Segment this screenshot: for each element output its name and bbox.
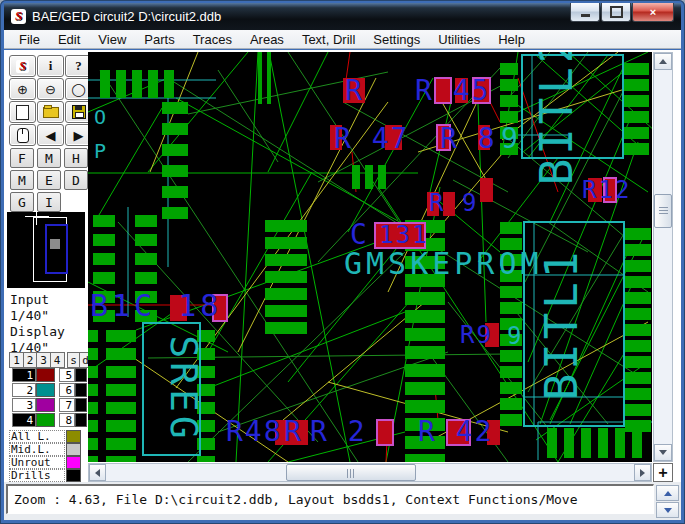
dip-pad xyxy=(162,123,188,135)
layer-color-swatch-3[interactable] xyxy=(36,398,55,412)
mode-button-m-1[interactable]: M xyxy=(10,170,34,190)
info-button[interactable]: i xyxy=(37,55,64,77)
overview-viewport-rect xyxy=(45,224,68,274)
step-back-button[interactable]: ◀ xyxy=(37,124,64,146)
dip-pad xyxy=(106,420,136,432)
mode-button-h-0[interactable]: H xyxy=(64,148,88,168)
arrow-left-icon: ◀ xyxy=(46,129,56,142)
dip-pad xyxy=(106,456,136,462)
dip-pad xyxy=(625,340,651,352)
menu-item-traces[interactable]: Traces xyxy=(184,30,241,49)
scroll-left-button[interactable] xyxy=(89,464,106,481)
bae-logo-button[interactable]: S xyxy=(9,55,36,77)
ref-label: B1C 18 xyxy=(90,288,222,323)
design-overview[interactable] xyxy=(7,212,85,288)
ref-label: R 9 xyxy=(429,189,478,217)
layer-color-swatch-4[interactable] xyxy=(36,413,55,427)
layer-toggle-swatch-3[interactable] xyxy=(66,456,81,469)
scroll-right-button[interactable] xyxy=(634,464,651,481)
overview-crosshair-icon xyxy=(25,216,49,217)
layer-color-cell-2[interactable]: 2 xyxy=(12,383,36,397)
dip-pad xyxy=(623,63,649,75)
zoom-out-button[interactable]: ⊖ xyxy=(37,78,64,100)
zoom-plus-button[interactable]: + xyxy=(653,463,673,482)
dip-pad xyxy=(88,402,98,414)
message-scroll-up-button[interactable] xyxy=(656,485,679,501)
layer-color-swatch-8[interactable] xyxy=(75,413,87,427)
layer-toggle-midl[interactable]: Mid.L. xyxy=(9,443,65,456)
close-button[interactable]: × xyxy=(632,3,674,22)
menu-item-areas[interactable]: Areas xyxy=(241,30,293,49)
dip-pad xyxy=(500,222,522,234)
minimize-button[interactable] xyxy=(570,3,600,22)
ref-label: R12 xyxy=(582,176,631,204)
layer-color-cell-7[interactable]: 7 xyxy=(59,398,75,412)
mode-button-g-2[interactable]: G xyxy=(10,192,34,212)
layer-color-swatch-2[interactable] xyxy=(36,383,55,397)
mode-button-d-1[interactable]: D xyxy=(64,170,88,190)
zoom-in-button[interactable]: ⊕ xyxy=(9,78,36,100)
thumb-grip-icon xyxy=(659,207,668,215)
dip-pad xyxy=(405,346,445,359)
dip-pad xyxy=(500,398,522,410)
dip-pad xyxy=(197,456,215,462)
dip-pad xyxy=(625,228,651,240)
mode-button-f-0[interactable]: F xyxy=(10,148,34,168)
smd-pad xyxy=(365,165,373,189)
layer-color-swatch-5[interactable] xyxy=(75,368,87,382)
layer-color-cell-6[interactable]: 6 xyxy=(59,383,75,397)
grid-scale-button-4[interactable]: 4 xyxy=(50,352,65,368)
smd-pad-red xyxy=(377,420,393,445)
smd-pad xyxy=(352,165,360,189)
vertical-scrollbar[interactable] xyxy=(653,52,673,462)
menu-item-view[interactable]: View xyxy=(89,30,135,49)
dip-pad xyxy=(265,237,307,249)
message-scroll-down-button[interactable] xyxy=(656,502,679,518)
mode-button-e-1[interactable]: E xyxy=(37,170,61,190)
layer-color-swatch-6[interactable] xyxy=(75,383,87,397)
horizontal-scrollbar[interactable] xyxy=(88,463,652,482)
menu-item-help[interactable]: Help xyxy=(489,30,534,49)
maximize-button[interactable] xyxy=(601,3,631,22)
new-file-button[interactable] xyxy=(9,101,36,123)
layer-toggle-drills[interactable]: Drills xyxy=(9,469,65,482)
layer-toggle-swatch-4[interactable] xyxy=(66,469,81,482)
layer-color-cell-3[interactable]: 3 xyxy=(12,398,36,412)
smd-pad xyxy=(148,70,158,98)
menu-item-edit[interactable]: Edit xyxy=(49,30,89,49)
ref-label: 131 xyxy=(379,221,428,249)
titlebar[interactable]: S BAE/GED circuit2 D:\circuit2.ddb × xyxy=(4,3,681,30)
ref-label: R xyxy=(345,74,364,107)
dip-pad xyxy=(265,322,307,334)
layer-toggle-alll[interactable]: All L. xyxy=(9,430,65,443)
layer-color-cell-4[interactable]: 4 xyxy=(12,413,36,427)
dip-pad xyxy=(625,276,651,288)
layer-toggle-unrout[interactable]: Unrout xyxy=(9,456,65,469)
layer-color-cell-5[interactable]: 5 xyxy=(59,368,75,382)
horizontal-scroll-thumb[interactable] xyxy=(286,464,416,481)
pcb-canvas[interactable]: R 45RR 47R 89R 9R12C131GMSKEPROMB1C 18R9… xyxy=(88,52,652,462)
menu-item-settings[interactable]: Settings xyxy=(364,30,429,49)
open-file-button[interactable] xyxy=(37,101,64,123)
info-icon: i xyxy=(49,58,53,74)
dip-pad xyxy=(265,305,307,317)
layer-toggle-swatch-1[interactable] xyxy=(66,430,81,443)
menu-item-text-drill[interactable]: Text, Drill xyxy=(293,30,364,49)
new-file-icon xyxy=(16,105,29,120)
layer-color-cell-1[interactable]: 1 xyxy=(12,368,36,382)
scroll-up-button[interactable] xyxy=(654,53,672,70)
layer-toggle-swatch-2[interactable] xyxy=(66,443,81,456)
mode-button-m-0[interactable]: M xyxy=(37,148,61,168)
menu-item-file[interactable]: File xyxy=(10,30,49,49)
layer-color-swatch-1[interactable] xyxy=(36,368,55,382)
pan-button[interactable] xyxy=(9,124,36,146)
dip-pad xyxy=(623,79,649,91)
dip-pad xyxy=(162,207,188,219)
layer-color-swatch-7[interactable] xyxy=(75,398,87,412)
layer-color-cell-8[interactable]: 8 xyxy=(59,413,75,427)
menu-item-utilities[interactable]: Utilities xyxy=(429,30,489,49)
vertical-scroll-thumb[interactable] xyxy=(654,194,672,228)
menu-item-parts[interactable]: Parts xyxy=(135,30,183,49)
scroll-down-button[interactable] xyxy=(654,444,672,461)
mode-button-i-2[interactable]: I xyxy=(37,192,61,212)
